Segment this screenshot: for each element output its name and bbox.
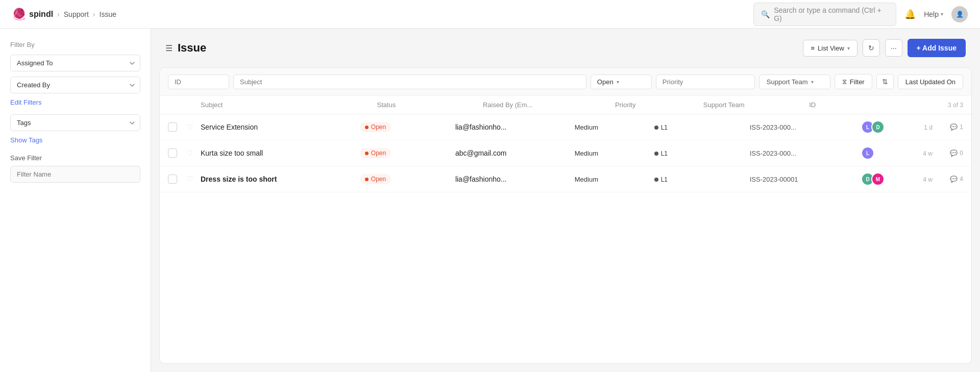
row-checkbox[interactable] <box>168 148 186 158</box>
issue-time: 1 d <box>902 123 933 131</box>
nav-right: 🔍 Search or type a command (Ctrl + G) 🔔 … <box>753 3 968 26</box>
status-dot <box>365 152 369 155</box>
header-status: Status <box>377 101 483 109</box>
breadcrumb-support[interactable]: Support <box>64 10 89 18</box>
heart-icon[interactable]: ♡ <box>186 175 193 183</box>
filter-name-input[interactable] <box>10 166 140 183</box>
help-chevron-icon: ▾ <box>941 11 943 17</box>
issue-subject: Kurta size too small <box>201 149 360 157</box>
list-view-chevron-icon: ▾ <box>847 45 850 51</box>
issue-subject: Dress size is too short <box>201 175 360 183</box>
show-tags-link[interactable]: Show Tags <box>10 136 140 144</box>
row-heart[interactable]: ♡ <box>186 122 201 132</box>
team-label: L1 <box>661 150 668 157</box>
save-filter-label: Save Filter <box>10 154 140 162</box>
assigned-to-filter[interactable]: Assigned To <box>10 55 140 71</box>
row-checkbox[interactable] <box>168 175 186 184</box>
subject-filter-input[interactable] <box>233 75 586 89</box>
comment-count: 1 <box>960 123 963 131</box>
issues-table: Open ▾ Support Team ▾ ⧖ Filter ⇅ Last Up… <box>159 67 972 364</box>
assignee-avatar: M <box>871 172 885 186</box>
top-navigation: 🧶 spindl › Support › Issue 🔍 Search or t… <box>0 0 980 29</box>
team-label: L1 <box>661 124 668 131</box>
row-checkbox[interactable] <box>168 122 186 132</box>
issue-status: Open <box>360 148 455 158</box>
issue-id: ISS-2023-00001 <box>750 175 861 183</box>
edit-filters-link[interactable]: Edit Filters <box>10 98 140 106</box>
header-subject: Subject <box>201 101 377 109</box>
search-bar[interactable]: 🔍 Search or type a command (Ctrl + G) <box>753 3 896 26</box>
search-placeholder: Search or type a command (Ctrl + G) <box>774 6 889 22</box>
hamburger-icon[interactable]: ☰ <box>165 43 173 53</box>
add-issue-button[interactable]: + Add Issue <box>908 39 966 57</box>
table-header: Subject Status Raised By (Em... Priority… <box>160 96 971 114</box>
team-badge: L1 <box>654 176 668 183</box>
nav-left: 🧶 spindl › Support › Issue <box>12 8 116 21</box>
logo-text: spindl <box>29 10 53 19</box>
logo-icon: 🧶 <box>12 8 26 21</box>
refresh-button[interactable]: ↻ <box>863 39 880 57</box>
bell-icon[interactable]: 🔔 <box>904 9 916 19</box>
table-row[interactable]: ♡ Service Extension Open lia@fashionho..… <box>160 114 971 140</box>
filter-button[interactable]: ⧖ Filter <box>835 74 872 89</box>
breadcrumb-sep-2: › <box>93 10 95 18</box>
last-updated-label: Last Updated On <box>905 78 955 86</box>
created-by-filter[interactable]: Created By <box>10 77 140 93</box>
issue-raised-by: lia@fashionho... <box>455 123 575 131</box>
header-priority: Priority <box>615 101 703 109</box>
help-label: Help <box>924 10 939 18</box>
team-dot-icon <box>654 126 658 130</box>
filter-by-label: Filter By <box>10 41 140 48</box>
team-dot-icon <box>654 152 658 156</box>
issue-priority: Medium <box>575 175 654 183</box>
issue-assignees: DM <box>861 172 902 186</box>
refresh-icon: ↻ <box>868 44 874 52</box>
issue-comments: 💬 1 <box>933 123 963 131</box>
issue-raised-by: lia@fashionho... <box>455 175 575 183</box>
tags-filter[interactable]: Tags <box>10 114 140 131</box>
logo[interactable]: 🧶 spindl <box>12 8 53 21</box>
issue-support-team: L1 <box>654 175 750 183</box>
breadcrumb-sep-1: › <box>57 10 60 18</box>
comment-icon: 💬 <box>950 123 958 131</box>
status-dot <box>365 178 369 181</box>
issue-comments: 💬 0 <box>933 150 963 157</box>
issue-status: Open <box>360 174 455 184</box>
add-issue-label: + Add Issue <box>917 44 957 52</box>
search-icon: 🔍 <box>761 10 770 18</box>
issue-priority: Medium <box>575 149 654 157</box>
issue-assignees: LD <box>861 120 902 134</box>
heart-icon[interactable]: ♡ <box>186 122 193 131</box>
sort-button[interactable]: ⇅ <box>876 74 894 89</box>
header-id: ID <box>809 101 933 109</box>
status-badge: Open <box>360 122 391 132</box>
user-avatar[interactable]: 👤 <box>951 6 968 22</box>
table-row[interactable]: ♡ Kurta size too small Open abc@gmail.co… <box>160 140 971 166</box>
status-filter-label: Open <box>597 78 614 86</box>
header-count: 3 of 3 <box>933 102 963 109</box>
support-team-filter[interactable]: Support Team ▾ <box>759 75 830 89</box>
issue-subject: Service Extension <box>201 123 360 131</box>
last-updated-filter[interactable]: Last Updated On <box>898 75 963 89</box>
status-filter[interactable]: Open ▾ <box>591 75 652 89</box>
list-view-button[interactable]: ≡ List View ▾ <box>803 40 857 57</box>
more-options-button[interactable]: ··· <box>885 39 902 57</box>
priority-filter-input[interactable] <box>656 75 755 89</box>
issue-id: ISS-2023-000... <box>750 149 861 157</box>
id-filter-input[interactable] <box>168 75 229 89</box>
team-dot-icon <box>654 178 658 182</box>
row-heart[interactable]: ♡ <box>186 148 201 158</box>
header-raised-by: Raised By (Em... <box>483 101 615 109</box>
status-badge: Open <box>360 148 391 158</box>
breadcrumb-issue[interactable]: Issue <box>100 10 116 18</box>
status-badge: Open <box>360 174 391 184</box>
sidebar: Filter By Assigned To Created By Edit Fi… <box>0 29 151 372</box>
main-layout: Filter By Assigned To Created By Edit Fi… <box>0 29 980 372</box>
heart-icon[interactable]: ♡ <box>186 148 193 157</box>
issues-list: ♡ Service Extension Open lia@fashionho..… <box>160 114 971 192</box>
help-button[interactable]: Help ▾ <box>924 10 943 18</box>
page-title: Issue <box>178 41 206 55</box>
table-row[interactable]: ♡ Dress size is too short Open lia@fashi… <box>160 166 971 192</box>
avatar-initials: 👤 <box>956 11 964 18</box>
row-heart[interactable]: ♡ <box>186 175 201 184</box>
